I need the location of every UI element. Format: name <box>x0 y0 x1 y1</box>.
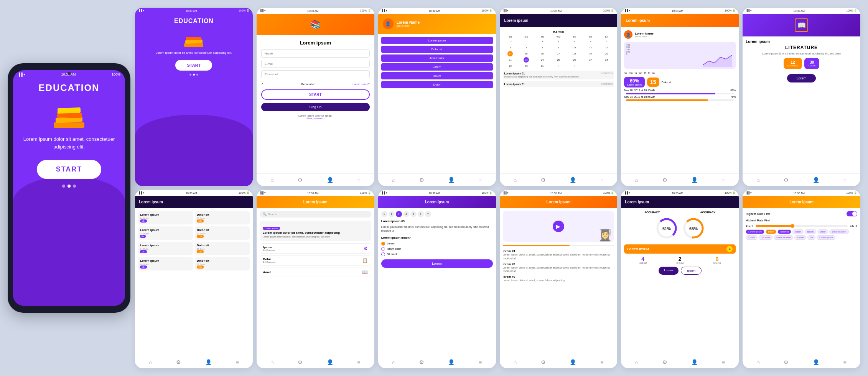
s12-tag-10[interactable]: Lorem <box>794 235 806 240</box>
s10-nav-home[interactable]: ⌂ <box>512 358 518 366</box>
s4-d10[interactable]: 10 <box>572 45 577 50</box>
s3-menu-2[interactable]: Dolor sit <box>381 46 493 53</box>
s3-menu-6[interactable]: Dolor <box>381 81 493 88</box>
s2-password-input[interactable] <box>261 70 370 78</box>
s7-nav-home[interactable]: ⌂ <box>148 358 153 366</box>
s4-d30b[interactable]: 30 <box>524 63 529 69</box>
s7-card-1a[interactable]: Lorem ipsum 24 Dolor 12+ <box>138 211 193 224</box>
s4-d3[interactable]: 3 <box>572 39 577 44</box>
s4-nav-settings[interactable]: ⚙ <box>540 176 547 184</box>
s2-nav-home[interactable]: ⌂ <box>269 176 275 184</box>
s12-tag-0[interactable]: Lorem ipsum <box>746 229 764 234</box>
s12-tag-5[interactable]: Dolor <box>817 229 828 234</box>
s10-play-button[interactable]: ▶ <box>553 221 564 232</box>
s9-n5[interactable]: 5 <box>410 211 417 217</box>
s4-nav-menu[interactable]: ≡ <box>599 176 604 184</box>
s9-nav-menu[interactable]: ≡ <box>478 358 483 366</box>
s7-card-4b[interactable]: Dolor sit 11 Dolor 15+ <box>195 257 250 270</box>
s8-search-placeholder[interactable]: Search... <box>268 213 279 216</box>
s8-nav-home[interactable]: ⌂ <box>269 358 275 366</box>
s4-d23[interactable]: 23 <box>524 57 529 63</box>
s4-d9[interactable]: 9 <box>556 45 561 50</box>
s8-course1[interactable]: Ipsum 24 Courses ⚙ <box>260 243 371 254</box>
s4-d8[interactable]: 8 <box>540 45 545 50</box>
s7-card-3b[interactable]: Dolor sit 11 Dolor 18+ <box>195 242 250 255</box>
s10-nav-person[interactable]: 👤 <box>568 358 577 366</box>
s8-nav-settings[interactable]: ⚙ <box>296 358 304 366</box>
s4-d17[interactable]: 17 <box>556 51 561 56</box>
s2-signup-button[interactable]: Sing Up <box>261 103 370 111</box>
phone-start-button[interactable]: START <box>37 160 102 179</box>
s11-nav-person[interactable]: 👤 <box>690 358 699 366</box>
s12-tag-3[interactable]: Dolor <box>792 229 803 234</box>
s11-nav-home[interactable]: ⌂ <box>634 358 639 366</box>
s12-tag-11[interactable]: Sit <box>807 235 815 240</box>
s2-nav-settings[interactable]: ⚙ <box>296 176 304 184</box>
s2-name-input[interactable] <box>261 49 370 58</box>
s12-tag-1[interactable]: Dolor <box>766 229 776 234</box>
s4-d20[interactable]: 20 <box>604 51 609 56</box>
s3-nav-person[interactable]: 👤 <box>447 176 456 184</box>
s9-nav-home[interactable]: ⌂ <box>391 358 396 366</box>
s11-ipsum-button[interactable]: Ipsum <box>681 267 702 275</box>
s3-nav-menu[interactable]: ≡ <box>478 176 483 184</box>
s4-d12[interactable]: 12 <box>604 45 609 50</box>
s6-nav-person[interactable]: 👤 <box>812 176 820 184</box>
s12-tag-6[interactable]: Dolor sit amet <box>829 229 849 234</box>
s9-submit-button[interactable]: Lorem <box>381 259 493 268</box>
s2-new-password-link[interactable]: New password <box>306 117 324 120</box>
s1-start-button[interactable]: START <box>175 60 212 71</box>
s5-nav-home[interactable]: ⌂ <box>634 176 639 184</box>
s4-nav-home[interactable]: ⌂ <box>512 176 518 184</box>
s6-nav-settings[interactable]: ⚙ <box>782 176 790 184</box>
s5-nav-person[interactable]: 👤 <box>690 176 699 184</box>
s9-n4[interactable]: 4 <box>403 211 409 217</box>
s4-d26[interactable]: 26 <box>572 57 577 63</box>
s12-nav-menu[interactable]: ≡ <box>842 358 848 366</box>
s8-nav-person[interactable]: 👤 <box>326 358 334 366</box>
s4-d14[interactable]: 14 <box>507 51 513 56</box>
s9-n3[interactable]: 3 <box>396 211 402 217</box>
s4-d31b[interactable]: 31 <box>540 63 545 69</box>
s7-card-1b[interactable]: Dolor sit 11 Dolor 18+ <box>195 211 250 224</box>
s3-menu-3[interactable]: Amet dolor <box>381 54 493 62</box>
s8-result1-card[interactable]: Lorem ipsum Lorem ipsum dolor sit amet, … <box>260 221 371 241</box>
s12-tag-4[interactable]: Ipsum <box>805 229 816 234</box>
s4-d24[interactable]: 24 <box>540 57 545 63</box>
s4-d19[interactable]: 19 <box>588 51 593 56</box>
s7-nav-menu[interactable]: ≡ <box>234 358 240 366</box>
s4-nav-person[interactable]: 👤 <box>568 176 577 184</box>
s3-nav-settings[interactable]: ⚙ <box>418 176 425 184</box>
s12-tag-7[interactable]: Lorem <box>746 235 758 240</box>
s3-menu-4[interactable]: Lorem <box>381 63 493 71</box>
s4-d16[interactable]: 16 <box>540 51 545 56</box>
s8-nav-menu[interactable]: ≡ <box>356 358 361 366</box>
s9-n2[interactable]: 2 <box>389 211 395 217</box>
s9-option-3[interactable]: Sit amet <box>381 252 493 256</box>
s4-d25[interactable]: 25 <box>556 57 561 63</box>
s12-toggle1[interactable] <box>847 211 857 216</box>
s2-nav-person[interactable]: 👤 <box>326 176 334 184</box>
s6-lorem-button[interactable]: Lorem <box>787 74 816 82</box>
s4-d4[interactable]: 4 <box>588 39 593 44</box>
s7-nav-settings[interactable]: ⚙ <box>175 358 182 366</box>
s9-n7[interactable]: 7 <box>425 211 431 217</box>
s2-start-button[interactable]: START <box>261 89 370 100</box>
s11-nav-settings[interactable]: ⚙ <box>661 358 669 366</box>
s9-nav-person[interactable]: 👤 <box>447 358 456 366</box>
s9-n6[interactable]: 6 <box>418 211 424 217</box>
s7-card-3a[interactable]: Lorem ipsum 24 Dolor 14+ <box>138 242 193 255</box>
s6-nav-home[interactable]: ⌂ <box>755 176 761 184</box>
s11-lorem-button[interactable]: Lorem <box>659 267 679 275</box>
s3-nav-home[interactable]: ⌂ <box>391 176 396 184</box>
s5-nav-settings[interactable]: ⚙ <box>661 176 669 184</box>
s11-nav-menu[interactable]: ≡ <box>721 358 726 366</box>
s8-course2[interactable]: Dolor 24 Courses 📋 <box>260 255 371 266</box>
s2-nav-menu[interactable]: ≡ <box>356 176 361 184</box>
s7-card-2a[interactable]: Lorem ipsum 24 Dolor 8+ <box>138 226 193 240</box>
s9-option-2[interactable]: Ipsum dolor <box>381 247 493 251</box>
s4-d2[interactable]: 2 <box>556 39 561 44</box>
s2-forgot-link[interactable]: Lorem ipsum? <box>352 83 369 86</box>
s12-nav-person[interactable]: 👤 <box>812 358 820 366</box>
s10-video-player[interactable]: ▶ 👩‍🎓 <box>503 211 614 242</box>
